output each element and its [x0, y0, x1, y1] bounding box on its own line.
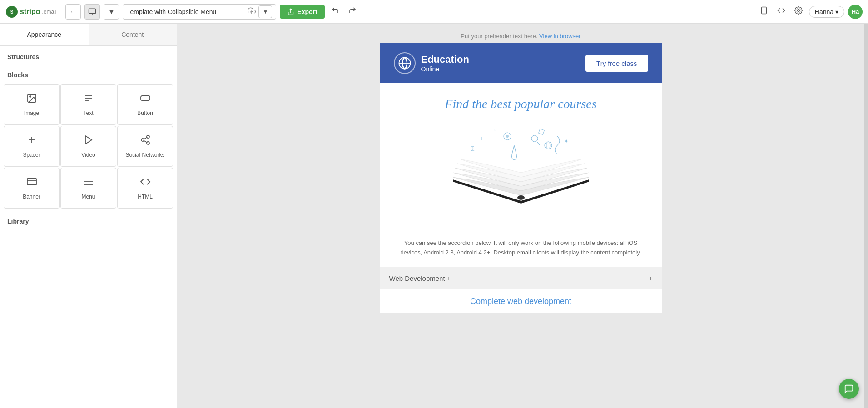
- back-button[interactable]: ←: [65, 4, 81, 20]
- upload-icon: [248, 7, 256, 15]
- logo-dot-email: .email: [42, 9, 56, 15]
- svg-text:✦: ✦: [564, 138, 569, 144]
- redo-icon: [348, 6, 357, 15]
- svg-line-20: [144, 141, 147, 143]
- logo-label: stripo: [20, 8, 40, 16]
- template-name-field: ▼: [123, 4, 276, 20]
- user-menu-button[interactable]: Hanna ▾: [809, 6, 844, 18]
- desktop-view-button[interactable]: [84, 4, 100, 20]
- spacer-icon: [26, 134, 37, 148]
- svg-rect-22: [27, 179, 36, 185]
- svg-line-21: [144, 138, 147, 139]
- svg-point-18: [141, 139, 144, 141]
- block-button[interactable]: Button: [117, 84, 173, 125]
- code-editor-button[interactable]: [774, 4, 788, 20]
- html-icon: [140, 176, 151, 190]
- chat-bubble-button[interactable]: [839, 379, 859, 399]
- code-icon: [777, 6, 785, 15]
- block-spacer[interactable]: Spacer: [4, 126, 60, 167]
- stripo-logo-icon: S: [5, 5, 18, 18]
- mobile-icon: [760, 6, 768, 15]
- topbar: S stripo.email ← ▼ ▼ Export Hanna ▾: [0, 0, 868, 24]
- text-icon: [83, 93, 94, 106]
- social-networks-label: Social Networks: [125, 152, 164, 158]
- book-illustration: + ÷ ∑: [444, 120, 598, 216]
- main-area: Appearance Content Structures Blocks Ima…: [0, 24, 868, 408]
- block-html[interactable]: HTML: [117, 168, 173, 209]
- video-label: Video: [81, 152, 95, 158]
- dropdown-button[interactable]: ▼: [104, 4, 119, 20]
- block-image[interactable]: Image: [4, 84, 60, 125]
- accordion-item-web-dev[interactable]: Web Development + +: [380, 267, 662, 289]
- svg-text:+: +: [480, 135, 484, 142]
- block-banner[interactable]: Banner: [4, 168, 60, 209]
- email-hero: Find the best popular courses: [380, 83, 662, 234]
- svg-text:→: →: [491, 127, 496, 133]
- banner-icon: [26, 176, 37, 190]
- email-container: Education Online Try free class Find the…: [380, 43, 662, 313]
- svg-point-36: [531, 135, 538, 142]
- template-name-input[interactable]: [127, 8, 245, 15]
- try-free-class-button[interactable]: Try free class: [585, 55, 648, 72]
- header-logo: Education Online: [394, 52, 469, 74]
- svg-marker-16: [85, 136, 92, 144]
- html-label: HTML: [138, 194, 153, 200]
- globe-svg: [398, 56, 412, 70]
- svg-rect-41: [538, 129, 544, 135]
- spacer-label: Spacer: [23, 152, 40, 158]
- hero-tagline: Find the best popular courses: [389, 97, 653, 111]
- chat-icon: [844, 384, 854, 394]
- settings-icon: [794, 6, 803, 15]
- svg-text:∑: ∑: [471, 145, 475, 151]
- template-dropdown-button[interactable]: ▼: [258, 5, 272, 18]
- block-video[interactable]: Video: [60, 126, 116, 167]
- redo-button[interactable]: [346, 4, 359, 20]
- image-label: Image: [24, 110, 39, 116]
- block-text[interactable]: Text: [60, 84, 116, 125]
- button-icon: [140, 93, 151, 106]
- svg-line-37: [537, 142, 540, 145]
- block-menu[interactable]: Menu: [60, 168, 116, 209]
- svg-rect-13: [141, 96, 150, 100]
- export-button[interactable]: Export: [280, 5, 324, 19]
- accordion-section: Web Development + +: [380, 267, 662, 289]
- svg-point-17: [147, 135, 149, 138]
- social-icon: [140, 134, 151, 148]
- tab-appearance[interactable]: Appearance: [0, 24, 89, 45]
- banner-label: Banner: [23, 194, 40, 200]
- block-social-networks[interactable]: Social Networks: [117, 126, 173, 167]
- email-header: Education Online Try free class: [380, 43, 662, 83]
- video-icon: [83, 134, 94, 148]
- svg-point-19: [147, 142, 149, 144]
- avatar: Ha: [848, 5, 863, 19]
- button-label: Button: [137, 110, 153, 116]
- image-icon: [26, 93, 37, 106]
- blocks-grid: Image Text Button Space: [0, 82, 177, 210]
- preheader-bar: Put your preheader text here. View in br…: [380, 33, 662, 40]
- complete-web-dev-title: Complete web development: [380, 289, 662, 313]
- text-label: Text: [83, 110, 93, 116]
- settings-button[interactable]: [792, 4, 805, 20]
- panel-tabs: Appearance Content: [0, 24, 177, 46]
- accordion-chevron-icon: +: [649, 274, 653, 282]
- logo: S stripo.email: [5, 5, 56, 18]
- svg-point-30: [517, 195, 525, 200]
- svg-rect-2: [89, 9, 96, 14]
- undo-button[interactable]: [328, 4, 342, 20]
- view-in-browser-link[interactable]: View in browser: [539, 33, 581, 40]
- export-icon: [287, 8, 294, 15]
- book-svg: + ÷ ∑: [444, 120, 598, 216]
- blocks-section-title: Blocks: [0, 64, 177, 82]
- upload-button[interactable]: [248, 7, 256, 17]
- desktop-icon: [88, 8, 96, 16]
- svg-rect-5: [762, 7, 767, 14]
- email-description: You can see the accordion below. It will…: [380, 234, 662, 267]
- svg-point-39: [546, 142, 550, 149]
- globe-icon: [394, 52, 416, 74]
- menu-label: Menu: [81, 194, 95, 200]
- canvas-area[interactable]: Put your preheader text here. View in br…: [177, 24, 864, 408]
- tab-content[interactable]: Content: [89, 24, 177, 45]
- mobile-view-button[interactable]: [757, 4, 771, 20]
- scrollbar[interactable]: [864, 24, 868, 408]
- svg-point-7: [798, 10, 800, 12]
